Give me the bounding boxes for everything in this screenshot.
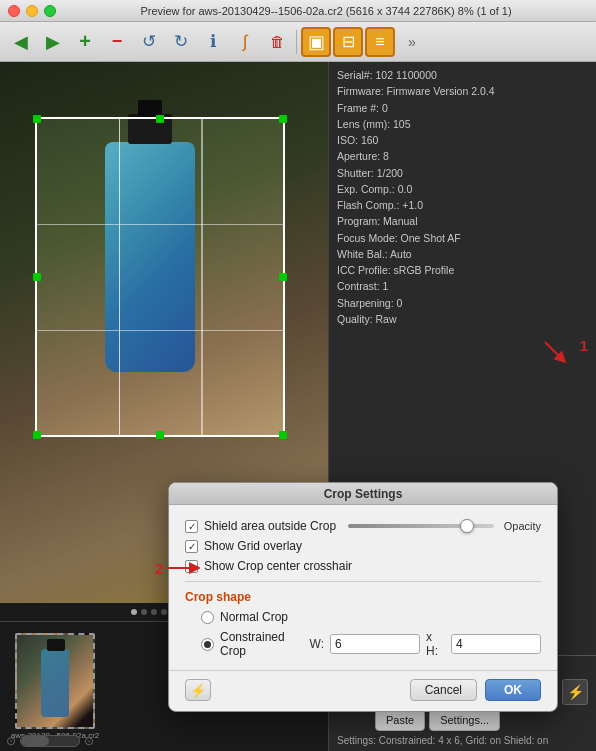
shield-checkbox-label[interactable]: Shield area outside Crop — [185, 519, 336, 533]
annotation-2: 2 — [155, 559, 200, 577]
forward-button[interactable]: ▶ — [38, 27, 68, 57]
back-button[interactable]: ◀ — [6, 27, 36, 57]
strip-dot-1 — [131, 609, 137, 615]
grid-row: Show Grid overlay — [185, 539, 541, 553]
constrained-crop-label: Constrained Crop — [220, 630, 304, 658]
dialog-divider — [185, 581, 541, 582]
shield-row: Shield area outside Crop Opacity — [185, 519, 541, 533]
grid-checkbox-label[interactable]: Show Grid overlay — [185, 539, 541, 553]
info-line-aperture: Aperture: 8 — [337, 148, 588, 164]
dialog-body: Shield area outside Crop Opacity Show Gr… — [169, 505, 557, 670]
crop-grid-v2 — [201, 119, 202, 435]
thumbnail-nav: ⊙ ⊙ — [6, 734, 94, 748]
crosshair-label: Show Crop center crosshair — [204, 559, 352, 573]
curves-button[interactable]: ∫ — [230, 27, 260, 57]
crop-overlay[interactable] — [35, 117, 285, 437]
rotate-right-button[interactable]: ↻ — [166, 27, 196, 57]
crop-handle-tr[interactable] — [279, 115, 287, 123]
crop-handle-bl[interactable] — [33, 431, 41, 439]
maximize-button[interactable] — [44, 5, 56, 17]
constrained-crop-row: Constrained Crop W: x H: — [201, 630, 541, 658]
info-line-focus: Focus Mode: One Shot AF — [337, 230, 588, 246]
crop-handle-bc[interactable] — [156, 431, 164, 439]
ok-button[interactable]: OK — [485, 679, 541, 701]
dialog-title-bar: Crop Settings — [169, 483, 557, 505]
dialog-title: Crop Settings — [324, 487, 403, 501]
opacity-thumb[interactable] — [460, 519, 474, 533]
dialog-lightning-button[interactable]: ⚡ — [185, 679, 211, 701]
more-button[interactable]: » — [397, 27, 427, 57]
rect3-button[interactable]: ≡ — [365, 27, 395, 57]
lightning-button[interactable]: ⚡ — [562, 679, 588, 705]
crop-shape-label: Crop shape — [185, 590, 541, 604]
info-line-flashcomp: Flash Comp.: +1.0 — [337, 197, 588, 213]
crop-grid-v1 — [119, 119, 120, 435]
window-title: Preview for aws-20130429--1506-02a.cr2 (… — [64, 5, 588, 17]
nav-prev-icon[interactable]: ⊙ — [6, 734, 16, 748]
info-text: Serial#: 102 1100000 Firmware: Firmware … — [337, 67, 588, 327]
info-line-program: Program: Manual — [337, 213, 588, 229]
info-button[interactable]: ℹ — [198, 27, 228, 57]
crop-settings-text: Settings: Constrained: 4 x 6, Grid: on S… — [337, 735, 588, 746]
shield-label: Shield area outside Crop — [204, 519, 336, 533]
rotate-left-button[interactable]: ↺ — [134, 27, 164, 57]
strip-dot-2 — [141, 609, 147, 615]
nav-next-icon[interactable]: ⊙ — [84, 734, 94, 748]
normal-crop-label: Normal Crop — [220, 610, 288, 624]
window-buttons — [8, 5, 56, 17]
opacity-label: Opacity — [504, 520, 541, 532]
shield-checkbox[interactable] — [185, 520, 198, 533]
info-line-iso: ISO: 160 — [337, 132, 588, 148]
svg-line-0 — [545, 342, 562, 359]
crop-handle-mr[interactable] — [279, 273, 287, 281]
toolbar-separator-1 — [296, 30, 297, 54]
crop-grid-h1 — [37, 224, 283, 225]
remove-button[interactable]: − — [102, 27, 132, 57]
thumbnail-item[interactable]: aws-20130...506-02a.cr2 — [6, 629, 104, 745]
constrained-crop-radio[interactable] — [201, 638, 214, 651]
minimize-button[interactable] — [26, 5, 38, 17]
width-input[interactable] — [330, 634, 420, 654]
strip-dot-4 — [161, 609, 167, 615]
crop-handle-ml[interactable] — [33, 273, 41, 281]
dialog-footer: ⚡ Cancel OK — [169, 670, 557, 711]
annotation-1: 1 — [580, 337, 588, 354]
info-line-icc: ICC Profile: sRGB Profile — [337, 262, 588, 278]
rect2-button[interactable]: ⊟ — [333, 27, 363, 57]
info-line-expcomp: Exp. Comp.: 0.0 — [337, 181, 588, 197]
opacity-slider[interactable] — [348, 524, 494, 528]
normal-crop-radio[interactable] — [201, 611, 214, 624]
info-line-sharpening: Sharpening: 0 — [337, 295, 588, 311]
toolbar: ◀ ▶ + − ↺ ↻ ℹ ∫ 🗑 ▣ ⊟ ≡ » — [0, 22, 596, 62]
rect1-button[interactable]: ▣ — [301, 27, 331, 57]
info-line-wb: White Bal.: Auto — [337, 246, 588, 262]
crop-handle-tl[interactable] — [33, 115, 41, 123]
crosshair-row: Show Crop center crosshair — [185, 559, 541, 573]
normal-crop-row: Normal Crop — [201, 610, 541, 624]
xh-label: x H: — [426, 630, 445, 658]
crop-handle-br[interactable] — [279, 431, 287, 439]
info-line-quality: Quality: Raw — [337, 311, 588, 327]
grid-checkbox[interactable] — [185, 540, 198, 553]
title-bar: Preview for aws-20130429--1506-02a.cr2 (… — [0, 0, 596, 22]
crop-settings-dialog: Crop Settings Shield area outside Crop O… — [168, 482, 558, 712]
crop-handle-tc[interactable] — [156, 115, 164, 123]
height-input[interactable] — [451, 634, 541, 654]
add-button[interactable]: + — [70, 27, 100, 57]
settings-button[interactable]: Settings... — [429, 709, 500, 731]
info-line-contrast: Contrast: 1 — [337, 278, 588, 294]
info-line-lens: Lens (mm): 105 — [337, 116, 588, 132]
opacity-slider-row: Opacity — [344, 520, 541, 532]
crosshair-checkbox-label[interactable]: Show Crop center crosshair — [185, 559, 541, 573]
cancel-button[interactable]: Cancel — [410, 679, 477, 701]
nav-slider[interactable] — [20, 735, 80, 747]
crop-buttons-row2: Paste Settings... — [337, 709, 588, 731]
paste-button[interactable]: Paste — [375, 709, 425, 731]
info-line-frame: Frame #: 0 — [337, 100, 588, 116]
close-button[interactable] — [8, 5, 20, 17]
w-label: W: — [310, 637, 324, 651]
delete-button[interactable]: 🗑 — [262, 27, 292, 57]
info-line-serial: Serial#: 102 1100000 — [337, 67, 588, 83]
info-line-firmware: Firmware: Firmware Version 2.0.4 — [337, 83, 588, 99]
grid-label: Show Grid overlay — [204, 539, 302, 553]
